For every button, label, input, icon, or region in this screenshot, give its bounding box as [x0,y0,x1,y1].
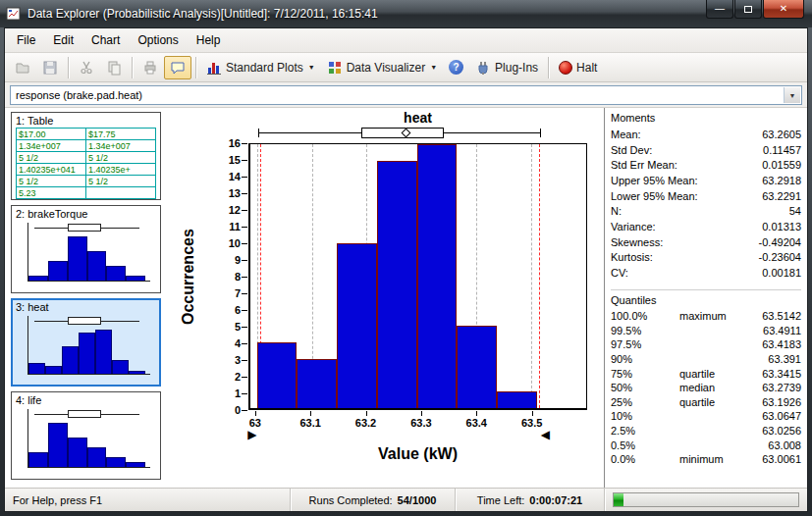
open-button[interactable] [9,56,36,79]
y-tick [242,343,247,344]
quantile-value: 63.0061 [762,453,801,465]
histogram-bar[interactable] [257,342,298,408]
moments-list: Mean:63.2605Std Dev:0.11457Std Err Mean:… [611,127,801,281]
copy-icon [106,60,122,76]
combobox-arrow-icon[interactable]: ▼ [784,87,800,103]
cut-button[interactable] [73,56,100,79]
mini-histogram-bar [48,261,68,281]
y-tick [242,310,247,311]
boxplot-whisker-cap [540,129,541,137]
toolbar: Standard Plots ▼ Data Visualizer ▼ ? Plu… [5,53,807,82]
cut-icon [79,60,94,76]
mini-histogram-bar [87,447,107,467]
minimize-button[interactable]: — [706,0,733,19]
quantiles-row: 100.0%maximum63.5142 [611,309,801,324]
data-visualizer-button[interactable]: Data Visualizer ▼ [321,56,443,79]
halt-button[interactable]: Halt [553,56,603,79]
chart-icon [206,60,222,76]
quantiles-row: 99.5%63.4911 [611,323,801,337]
comment-toggle-button[interactable] [164,56,191,79]
y-tick-label: 15 [213,154,241,167]
histogram-bar[interactable] [337,243,377,408]
quantile-value: 63.2739 [762,382,801,393]
mini-table-cell: 5 1/2 [17,176,86,187]
moment-label: N: [611,205,789,217]
histogram-bar[interactable] [377,161,417,408]
y-tick-label: 4 [213,337,241,350]
histogram-bar[interactable] [297,359,337,408]
title-bar[interactable]: Data Explorer (Probabilistic Analysis)[U… [0,0,812,27]
quantile-value: 63.3415 [762,368,801,380]
mini-histogram [27,316,150,375]
mini-histogram-bar [28,363,45,374]
moment-value: -0.23604 [759,251,801,263]
quantile-pct: 25% [611,396,679,408]
y-tick-label: 5 [213,321,241,334]
histogram-bar[interactable] [417,144,458,408]
sidebar-item-heat[interactable]: 3: heat [11,298,161,387]
y-tick [242,293,247,294]
toolbar-separator [132,57,133,78]
quantile-value: 63.008 [768,439,801,451]
moments-row: Std Dev:0.11457 [611,142,801,158]
y-tick [242,393,247,394]
quantile-value: 63.5142 [762,310,801,322]
print-button[interactable] [136,56,164,79]
window-content: FileEditChartOptionsHelp [4,27,808,512]
y-tick [242,260,247,261]
moment-value: 54 [789,205,801,217]
progress-bar [613,492,799,507]
plugins-button[interactable]: Plug-Ins [469,56,544,79]
quantile-pct: 0.5% [611,439,679,451]
response-combobox[interactable]: response (brake.pad.heat) ▼ [10,85,802,105]
sidebar-item-life[interactable]: 4: life [11,391,161,480]
quantile-value: 63.0256 [762,425,801,437]
mini-histogram-bar [87,251,107,281]
y-tick-label: 11 [213,221,241,233]
open-icon [15,60,30,76]
moment-value: 63.2918 [762,175,801,186]
quantile-pct: 2.5% [611,425,679,437]
moment-label: Skewness: [611,236,759,248]
menu-options[interactable]: Options [129,29,187,51]
mini-table-cell: 5 1/2 [86,176,156,187]
quantile-name: quartile [679,396,762,408]
mini-table-cell: 1.40235e+041 [17,164,86,176]
quantile-pct: 90% [611,353,679,365]
moment-label: Std Err Mean: [611,159,762,171]
quantiles-row: 0.0%minimum63.0061 [611,452,801,467]
menu-bar: FileEditChartOptionsHelp [5,28,807,53]
save-button[interactable] [36,56,64,79]
moment-value: 0.01313 [762,221,801,232]
halt-label: Halt [576,61,597,75]
moment-label: Variance: [611,221,762,232]
histogram-bar[interactable] [497,391,537,408]
y-tick-label: 16 [213,137,241,150]
close-button[interactable]: ✕ [763,0,804,19]
range-max-marker[interactable]: ◀ [541,429,550,440]
moment-value: 0.11457 [763,144,801,156]
visualizer-icon [327,60,343,76]
help-button[interactable]: ? [443,56,469,79]
menu-edit[interactable]: Edit [44,29,82,51]
menu-file[interactable]: File [8,29,44,51]
copy-button[interactable] [100,56,128,79]
menu-help[interactable]: Help [188,29,230,51]
response-combo-row: response (brake.pad.heat) ▼ [5,82,807,108]
menu-chart[interactable]: Chart [82,29,129,51]
quantiles-section: Quantiles 100.0%maximum63.514299.5%63.49… [611,289,801,467]
moments-row: Lower 95% Mean:63.2291 [611,188,801,204]
x-tick-label: 63.3 [400,417,443,429]
standard-plots-button[interactable]: Standard Plots ▼ [200,56,321,79]
sidebar-item-table[interactable]: 1: Table$17.00$17.751.34e+0071.34e+0075 … [11,112,161,200]
maximize-button[interactable] [734,0,762,19]
mini-histogram-bar [126,276,145,281]
mini-histogram-bar [62,346,79,374]
range-min-marker[interactable]: ▶ [247,429,256,440]
quantiles-title: Quantiles [611,290,801,309]
quantiles-list: 100.0%maximum63.514299.5%63.491197.5%63.… [611,309,801,467]
range-marker-line [539,144,540,408]
histogram-bar[interactable] [457,326,497,408]
sidebar-item-braketorque[interactable]: 2: brakeTorque [11,205,161,293]
sidebar-item-label: 1: Table [16,115,156,127]
